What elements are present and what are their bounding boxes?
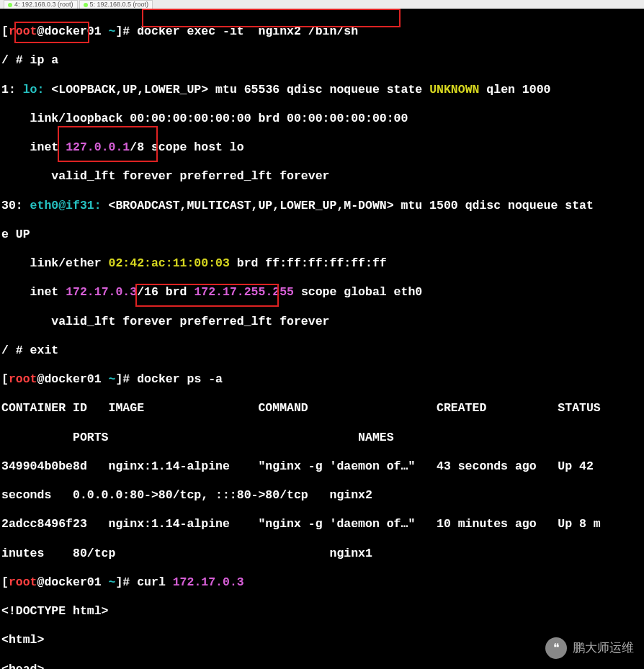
wechat-icon: ❝ — [545, 637, 567, 659]
ps-header: PORTS NAMES — [1, 431, 644, 445]
curl-target-ip: 172.17.0.3 — [173, 575, 244, 589]
ip-output: 1: lo: <LOOPBACK,UP,LOWER_UP> mtu 65536 … — [1, 83, 644, 97]
ip-output: inet 172.17.0.3/16 brd 172.17.255.255 sc… — [1, 285, 644, 300]
ip-output: link/ether 02:42:ac:11:00:03 brd ff:ff:f… — [1, 256, 644, 271]
curl-output: <!DOCTYPE html> — [1, 604, 644, 619]
watermark: ❝ 鹏大师运维 — [545, 637, 634, 659]
terminal-tab-2[interactable]: 5: 192.168.0.5 (root) — [79, 0, 153, 9]
curl-output: <head> — [1, 663, 644, 669]
ps-row: 349904b0be8d nginx:1.14-alpine "nginx -g… — [1, 459, 644, 474]
ps-row: 2adcc8496f23 nginx:1.14-alpine "nginx -g… — [1, 517, 644, 531]
prompt-line: [root@docker01 ~]# curl 172.17.0.3 — [1, 575, 644, 590]
ip-output: valid_lft forever preferred_lft forever — [1, 315, 644, 329]
ip-output: e UP — [1, 228, 644, 242]
ps-header: CONTAINER ID IMAGE COMMAND CREATED STATU… — [1, 401, 644, 416]
sh-prompt: / # exit — [1, 344, 644, 358]
tab-bar: 4: 192.168.0.3 (root) 5: 192.168.0.5 (ro… — [0, 0, 644, 9]
sh-prompt: / # ip a — [1, 53, 644, 68]
command-ip-a: ip a — [30, 53, 59, 67]
ps-row: seconds 0.0.0.0:80->80/tcp, :::80->80/tc… — [1, 488, 644, 503]
command-exit: exit — [30, 344, 59, 357]
watermark-text: 鹏大师运维 — [573, 641, 634, 656]
prompt-line: [root@docker01 ~]# docker exec -it nginx… — [1, 24, 644, 39]
ip-output: 30: eth0@if31: <BROADCAST,MULTICAST,UP,L… — [1, 199, 644, 213]
terminal-tab-1[interactable]: 4: 192.168.0.3 (root) — [4, 0, 78, 9]
ip-output: valid_lft forever preferred_lft forever — [1, 169, 644, 184]
terminal-output[interactable]: [root@docker01 ~]# docker exec -it nginx… — [0, 9, 644, 669]
command-curl: curl — [137, 575, 173, 589]
ip-output: link/loopback 00:00:00:00:00:00 brd 00:0… — [1, 112, 644, 126]
command-docker-exec: docker exec -it nginx2 /bin/sh — [137, 24, 358, 38]
ip-output: inet 127.0.0.1/8 scope host lo — [1, 140, 644, 155]
prompt-line: [root@docker01 ~]# docker ps -a — [1, 372, 644, 387]
command-docker-ps: docker ps -a — [137, 372, 223, 386]
ps-row: inutes 80/tcp nginx1 — [1, 547, 644, 561]
